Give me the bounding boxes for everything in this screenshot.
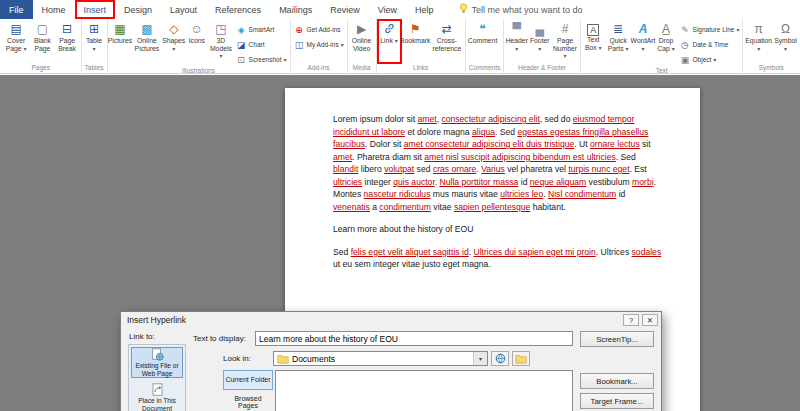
linkto-existing-file-button[interactable]: Existing File or Web Page [131,347,183,378]
file-list[interactable] [275,370,573,411]
browse-file-button[interactable] [512,351,530,366]
tab-review[interactable]: Review [321,0,369,19]
icons-button[interactable]: ☺Icons [185,20,208,66]
linkto-place-in-document-button[interactable]: Place in This Document [131,382,183,411]
tracked-insertion: nascetur ridiculus [364,189,431,199]
shapes-button[interactable]: ◇Shapes ▾ [162,20,185,66]
insert-hyperlink-dialog: Insert Hyperlink ? ✕ Link to: Existing F… [120,311,662,411]
browsed-pages-button[interactable]: Browsed Pages [223,392,273,411]
screentip-button[interactable]: ScreenTip... [580,331,654,347]
footer-button[interactable]: ▄Footer ▾ [528,20,551,63]
target-frame-button[interactable]: Target Frame... [580,393,654,409]
screenshot-button[interactable]: ⊡Screenshot ▾ [234,53,289,66]
text-to-display-label: Text to display: [193,334,255,343]
group-label-header-footer: Header & Footer [505,63,578,73]
date-time-icon: ◷ [680,40,691,50]
online-pictures-button[interactable]: ▩Online Pictures [132,20,163,66]
page-break-icon: ⊟ [62,22,72,37]
body-text: . Ultrices [596,247,632,257]
place-in-document-icon [151,383,164,396]
tracked-insertion: condimentum [379,202,431,212]
body-paragraph[interactable]: Lorem ipsum dolor sit amet, consectetur … [333,113,663,213]
group-label-text: Text [582,66,742,74]
object-button[interactable]: ▣Object ▾ [678,53,742,66]
tab-home[interactable]: Home [33,0,75,19]
page-break-button[interactable]: ⊟Page Break [55,20,80,63]
look-in-caret-icon[interactable]: ▾ [473,352,487,365]
get-addins-button[interactable]: ⊕Get Add-ins [292,23,346,36]
my-addins-button[interactable]: ◫My Add-ins ▾ [292,38,346,51]
comment-button[interactable]: ❝Comment [467,20,498,63]
3d-models-button[interactable]: ◳3D Models ▾ [208,20,233,66]
bookmark-dialog-button[interactable]: Bookmark... [580,373,654,389]
tracked-insertion: neque aliquam [530,177,586,187]
body-text: integer [362,177,393,187]
tracked-insertion: Ultrices dui sapien eget mi proin [473,247,595,257]
online-video-button[interactable]: ▶Online Video [349,20,375,63]
tab-file[interactable]: File [0,0,33,19]
tracked-insertion: venenatis [333,202,370,212]
smartart-icon: ◈ [236,25,247,35]
equation-button[interactable]: πEquation ▾ [744,20,773,63]
dialog-titlebar[interactable]: Insert Hyperlink ? ✕ [121,312,661,328]
tracked-insertion: Nulla porttitor massa [440,177,519,187]
tracked-insertion: felis eget velit aliquet sagittis id [351,247,469,257]
text-box-button[interactable]: AText Box ▾ [582,20,605,66]
wordart-icon: A [639,22,648,37]
tracked-insertion: ultricies leo [500,189,543,199]
quick-parts-button[interactable]: ≣Quick Parts ▾ [605,20,632,66]
bookmark-ribbon-button[interactable]: ⚑Bookmark [401,20,430,63]
equation-icon: π [755,22,763,37]
smartart-button[interactable]: ◈SmartArt [234,23,289,36]
body-paragraph[interactable]: Sed felis eget velit aliquet sagittis id… [333,246,663,271]
icons-icon: ☺ [191,22,203,37]
symbol-button[interactable]: ΩSymbol ▾ [773,20,798,63]
tab-mailings[interactable]: Mailings [270,0,321,19]
caret-icon: ▾ [626,46,629,52]
pictures-button[interactable]: ▦Pictures [109,20,132,66]
tab-layout[interactable]: Layout [161,0,206,19]
table-button[interactable]: ⊞Table ▾ [83,20,106,63]
ribbon: ▤Cover Page ▾ ▢Blank Page ⊟Page Break Pa… [0,19,800,74]
hyperlink-target-text[interactable]: Learn more about the history of EOU [333,223,663,236]
caret-icon: ▾ [713,56,716,63]
current-folder-button[interactable]: Current Folder [223,370,273,390]
cross-reference-icon: ⇄ [442,22,452,37]
cross-reference-button[interactable]: ⇄Cross-reference [430,20,464,63]
ribbon-group-header-footer: ▀Header ▾ ▄Footer ▾ #Page Number ▾ Heade… [503,19,579,73]
tab-insert[interactable]: Insert [75,0,116,19]
caret-icon: ▾ [172,46,175,52]
dialog-title: Insert Hyperlink [127,315,620,325]
dialog-help-button[interactable]: ? [623,314,639,326]
body-text: libero [358,164,384,174]
browse-web-button[interactable] [491,351,509,366]
text-to-display-input[interactable] [255,331,573,346]
header-button[interactable]: ▀Header ▾ [505,20,528,63]
blank-page-button[interactable]: ▢Blank Page [30,20,54,63]
tab-view[interactable]: View [369,0,406,19]
page-number-button[interactable]: #Page Number ▾ [551,20,578,63]
drop-cap-button[interactable]: A̲Drop Cap ▾ [655,20,678,66]
caret-icon: ▾ [283,56,286,63]
look-in-dropdown[interactable]: Documents ▾ [273,351,488,366]
chart-button[interactable]: ◪Chart [234,38,289,51]
caret-icon: ▾ [642,46,645,52]
date-time-button[interactable]: ◷Date & Time [678,38,742,51]
tab-design[interactable]: Design [115,0,161,19]
body-text: id [518,177,529,187]
cover-page-button[interactable]: ▤Cover Page ▾ [2,20,30,63]
ribbon-group-illustrations: ▦Pictures ▩Online Pictures ◇Shapes ▾ ☺Ic… [107,19,290,73]
tab-references[interactable]: References [206,0,270,19]
body-text: id [616,189,625,199]
header-icon: ▀ [513,22,522,37]
link-button[interactable]: Link ▾ [378,20,401,63]
dialog-close-button[interactable]: ✕ [642,314,658,326]
tell-me-label: Tell me what you want to do [472,5,583,15]
tell-me-box[interactable]: Tell me what you want to do [459,0,583,19]
tracked-insertion: morbi [632,177,654,187]
comment-icon: ❝ [479,22,485,37]
tab-help[interactable]: Help [406,0,443,19]
signature-line-button[interactable]: ✎Signature Line ▾ [678,23,742,36]
chart-icon: ◪ [236,40,247,50]
wordart-button[interactable]: AWordArt ▾ [632,20,655,66]
